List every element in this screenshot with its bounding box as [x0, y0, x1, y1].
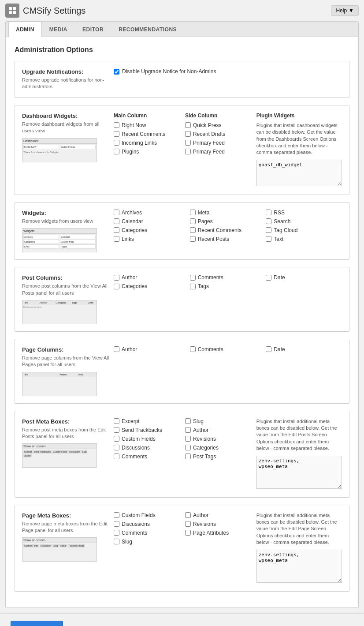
- page-author-checkbox[interactable]: [114, 346, 119, 352]
- app-icon: [5, 4, 19, 18]
- svg-rect-1: [13, 7, 16, 10]
- page-attributes-checkbox[interactable]: [185, 530, 191, 536]
- page-comments-meta-checkbox[interactable]: [114, 530, 119, 536]
- page-author-meta-checkbox[interactable]: [185, 512, 191, 518]
- primary-feed-1-checkbox[interactable]: [185, 140, 191, 146]
- page-meta-boxes-title: Page Meta Boxes:: [22, 512, 110, 519]
- post-author-checkbox[interactable]: [114, 275, 119, 281]
- post-slug-checkbox[interactable]: [185, 418, 191, 424]
- post-excerpt-checkbox[interactable]: [114, 418, 119, 424]
- tab-editor[interactable]: EDITOR: [75, 22, 111, 37]
- help-button[interactable]: Help ▼: [331, 5, 359, 16]
- recent-comments-main-item: Recent Comments: [114, 131, 185, 137]
- post-columns-title: Post Columns:: [22, 274, 110, 281]
- plugin-widgets-header: Plugin Widgets: [256, 112, 342, 119]
- primary-feed-2-checkbox[interactable]: [185, 149, 191, 154]
- app-title: CMSify Settings: [23, 6, 85, 16]
- widgets-title: Widgets:: [22, 210, 110, 216]
- post-categories-meta-checkbox[interactable]: [185, 445, 191, 450]
- dashboard-widgets-section: Dashboard Widgets: Remove dashboard widg…: [15, 105, 349, 195]
- post-columns-section: Post Columns: Remove post columns from t…: [15, 267, 349, 332]
- links-checkbox[interactable]: [114, 236, 119, 242]
- page-slug-checkbox[interactable]: [114, 539, 119, 544]
- primary-feed-2-item: Primary Feed: [185, 149, 256, 155]
- post-tags-meta-checkbox[interactable]: [185, 454, 191, 459]
- incoming-links-item: Incoming Links: [114, 140, 185, 146]
- main-column-header: Main Column: [114, 112, 185, 119]
- page-meta-plugin-textarea[interactable]: zenv-settings, wpseo_meta: [256, 550, 342, 583]
- svg-rect-2: [9, 11, 12, 14]
- widgets-preview: Widgets Archives Categories Links Calend…: [22, 228, 97, 252]
- recent-comments-main-label: Recent Comments: [122, 131, 165, 137]
- page-revisions-checkbox[interactable]: [185, 521, 191, 527]
- meta-checkbox[interactable]: [190, 210, 196, 215]
- post-tags-checkbox[interactable]: [190, 284, 196, 289]
- page-columns-section: Page Columns: Remove page columns from t…: [15, 339, 349, 404]
- recent-posts-checkbox[interactable]: [190, 236, 196, 242]
- search-checkbox[interactable]: [266, 218, 271, 224]
- incoming-links-checkbox[interactable]: [114, 140, 119, 146]
- right-now-checkbox[interactable]: [114, 122, 119, 128]
- quick-press-item: Quick Press: [185, 122, 256, 128]
- post-meta-boxes-desc: Remove post meta boxes from the Edit Pos…: [22, 427, 110, 440]
- tab-recommendations[interactable]: RECOMMENDATIONS: [111, 22, 184, 37]
- primary-feed-1-label: Primary Feed: [193, 140, 225, 146]
- upgrade-notifications-desc: Remove upgrade notifications for non-adm…: [22, 77, 110, 90]
- primary-feed-2-label: Primary Feed: [193, 149, 225, 155]
- page-discussions-checkbox[interactable]: [114, 521, 119, 527]
- incoming-links-label: Incoming Links: [122, 140, 157, 146]
- recent-drafts-item: Recent Drafts: [185, 131, 256, 137]
- disable-upgrade-checkbox[interactable]: [114, 69, 119, 75]
- calendar-checkbox[interactable]: [114, 218, 119, 224]
- post-author-meta-checkbox[interactable]: [185, 427, 191, 433]
- chevron-down-icon: ▼: [349, 7, 354, 14]
- post-comments-checkbox[interactable]: [190, 275, 196, 281]
- post-comments-meta-checkbox[interactable]: [114, 454, 119, 459]
- plugin-widgets-textarea[interactable]: yoast_db_widget: [256, 160, 342, 186]
- side-column-header: Side Column: [185, 112, 256, 119]
- tab-media[interactable]: MEDIA: [42, 22, 75, 37]
- post-custom-fields-checkbox[interactable]: [114, 436, 119, 442]
- tab-admin[interactable]: ADMIN: [8, 22, 42, 37]
- post-discussions-checkbox[interactable]: [114, 445, 119, 450]
- widgets-desc: Remove widgets from users view: [22, 218, 110, 225]
- recent-comments-widget-checkbox[interactable]: [190, 227, 196, 233]
- plugins-item: Plugins: [114, 149, 185, 155]
- post-meta-plugin-textarea[interactable]: zenv-settings, wpseo_meta: [256, 456, 342, 489]
- plugins-label: Plugins: [122, 149, 139, 155]
- quick-press-label: Quick Press: [193, 122, 222, 128]
- dashboard-widgets-desc: Remove dashboard widgets from all users …: [22, 121, 110, 135]
- text-checkbox[interactable]: [266, 236, 271, 242]
- send-trackbacks-checkbox[interactable]: [114, 427, 119, 433]
- quick-press-checkbox[interactable]: [185, 122, 191, 128]
- page-title: Administration Options: [15, 46, 349, 54]
- pages-checkbox[interactable]: [190, 218, 196, 224]
- page-comments-checkbox[interactable]: [190, 346, 196, 352]
- post-date-checkbox[interactable]: [266, 275, 271, 281]
- save-changes-button[interactable]: Save Changes: [11, 621, 63, 626]
- page-meta-boxes-desc: Remove page meta boxes from the Edit Pag…: [22, 521, 110, 534]
- tag-cloud-checkbox[interactable]: [266, 227, 271, 233]
- page-date-checkbox[interactable]: [266, 346, 271, 352]
- widgets-section: Widgets: Remove widgets from users view …: [15, 202, 349, 260]
- post-columns-desc: Remove post columns from the View All Po…: [22, 283, 110, 296]
- page-columns-preview: TitleAuthorDate: [22, 372, 97, 396]
- page-columns-desc: Remove page columns from the View All Pa…: [22, 355, 110, 368]
- post-meta-boxes-section: Post Meta Boxes: Remove post meta boxes …: [15, 411, 349, 498]
- upgrade-notifications-title: Upgrade Notifications:: [22, 68, 110, 75]
- page-custom-fields-checkbox[interactable]: [114, 512, 119, 518]
- rss-checkbox[interactable]: [266, 210, 271, 215]
- plugins-checkbox[interactable]: [114, 149, 119, 154]
- post-revisions-checkbox[interactable]: [185, 436, 191, 442]
- post-categories-checkbox[interactable]: [114, 284, 119, 289]
- svg-rect-0: [9, 7, 12, 10]
- page-meta-plugin-desc: Plugins that install additional meta box…: [256, 512, 342, 546]
- archives-checkbox[interactable]: [114, 210, 119, 215]
- post-meta-plugin-desc: Plugins that install additional meta box…: [256, 418, 342, 452]
- recent-comments-main-checkbox[interactable]: [114, 131, 119, 137]
- post-meta-boxes-preview: Show on screen Excerpt Send Trackbacks C…: [22, 443, 97, 468]
- categories-checkbox[interactable]: [114, 227, 119, 233]
- svg-rect-3: [13, 11, 16, 14]
- page-columns-title: Page Columns:: [22, 346, 110, 353]
- recent-drafts-checkbox[interactable]: [185, 131, 191, 137]
